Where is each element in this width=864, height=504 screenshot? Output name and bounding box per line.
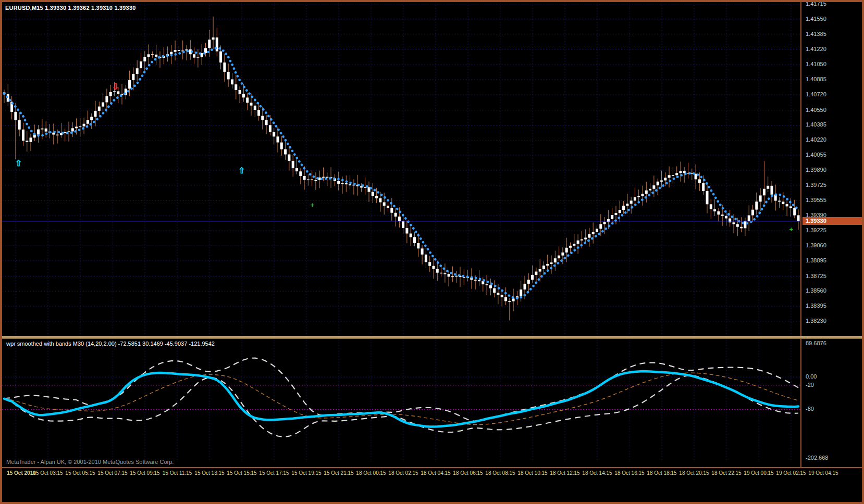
time-axis-label: 15 Oct 17:15 bbox=[256, 470, 292, 476]
time-axis-label: 15 Oct 07:15 bbox=[94, 470, 131, 476]
indicator-axis-label: 89.6876 bbox=[806, 340, 826, 346]
time-axis-label: 18 Oct 06:15 bbox=[450, 470, 486, 476]
time-axis-label: 15 Oct 03:15 bbox=[30, 470, 66, 476]
price-axis-label: 1.40550 bbox=[806, 107, 826, 113]
axis-separator bbox=[800, 2, 801, 467]
indicator-axis[interactable]: 89.68760.00-20-80-202.668 bbox=[803, 339, 862, 462]
time-axis-label: 18 Oct 22:15 bbox=[708, 470, 745, 476]
time-axis-label: 19 Oct 00:15 bbox=[740, 470, 777, 476]
time-axis-label: 18 Oct 02:15 bbox=[385, 470, 422, 476]
plus-icon: + bbox=[311, 201, 315, 209]
price-axis-label: 1.39225 bbox=[806, 227, 826, 233]
indicator-axis-label: -20 bbox=[806, 382, 814, 388]
indicator-axis-label: -202.668 bbox=[806, 455, 828, 461]
candle-wicks bbox=[4, 17, 798, 321]
indicator-label: wpr smoothed with bands M30 (14,20,2.00)… bbox=[6, 341, 215, 347]
time-axis-label: 18 Oct 00:15 bbox=[353, 470, 389, 476]
price-axis[interactable]: 1.39330 1.417151.415501.413851.412201.41… bbox=[803, 2, 862, 336]
grid bbox=[2, 339, 800, 462]
up-arrow-icon: ⇧ bbox=[15, 159, 22, 168]
time-axis[interactable]: 15 Oct 201015 Oct 03:1515 Oct 05:1515 Oc… bbox=[2, 469, 862, 479]
metatrader-window: EURUSD,M15 1.39330 1.39362 1.39310 1.393… bbox=[0, 0, 864, 504]
price-axis-label: 1.40220 bbox=[806, 136, 826, 143]
time-axis-separator bbox=[2, 467, 862, 468]
time-axis-label: 15 Oct 19:15 bbox=[288, 470, 325, 476]
time-axis-label: 15 Oct 11:15 bbox=[159, 470, 195, 476]
time-axis-label: 18 Oct 08:15 bbox=[482, 470, 519, 476]
price-axis-label: 1.40720 bbox=[806, 91, 826, 97]
time-axis-label: 18 Oct 12:15 bbox=[547, 470, 583, 476]
price-axis-label: 1.39555 bbox=[806, 197, 826, 203]
time-axis-label: 15 Oct 21:15 bbox=[320, 470, 357, 476]
candle-bodies bbox=[3, 37, 800, 302]
indicator-axis-label: 0.00 bbox=[806, 373, 817, 380]
time-axis-label: 15 Oct 15:15 bbox=[224, 470, 260, 476]
middle-band bbox=[4, 373, 798, 425]
time-axis-label: 18 Oct 16:15 bbox=[611, 470, 648, 476]
price-axis-label: 1.38725 bbox=[806, 273, 826, 279]
price-axis-label: 1.38230 bbox=[806, 318, 826, 324]
price-axis-label: 1.41385 bbox=[806, 31, 826, 37]
trade-markers: ⇧⇩⇧++ bbox=[15, 82, 794, 233]
price-axis-label: 1.39890 bbox=[806, 167, 826, 173]
time-axis-label: 18 Oct 14:15 bbox=[579, 470, 615, 476]
time-axis-label: 15 Oct 09:15 bbox=[127, 470, 163, 476]
price-axis-label: 1.38560 bbox=[806, 287, 826, 294]
lower-band bbox=[4, 375, 798, 437]
price-axis-label: 1.41050 bbox=[806, 61, 826, 67]
time-axis-label: 18 Oct 10:15 bbox=[514, 470, 551, 476]
up-arrow-icon: ⇧ bbox=[238, 166, 245, 175]
time-axis-label: 19 Oct 04:15 bbox=[805, 470, 842, 476]
footer-credit: MetaTrader - Alpari UK, © 2001-2010 Meta… bbox=[6, 459, 174, 465]
price-axis-label: 1.40385 bbox=[806, 121, 826, 128]
price-chart[interactable]: ⇧⇩⇧++ bbox=[2, 2, 800, 336]
price-axis-label: 1.40055 bbox=[806, 152, 826, 158]
time-axis-label: 15 Oct 05:15 bbox=[62, 470, 98, 476]
time-axis-label: 18 Oct 20:15 bbox=[676, 470, 712, 476]
time-axis-label: 15 Oct 13:15 bbox=[191, 470, 228, 476]
current-price-badge: 1.39330 bbox=[803, 217, 862, 225]
price-axis-label: 1.39060 bbox=[806, 242, 826, 248]
price-axis-label: 1.40885 bbox=[806, 76, 826, 82]
time-axis-label: 18 Oct 04:15 bbox=[417, 470, 454, 476]
price-axis-label: 1.38895 bbox=[806, 257, 826, 263]
down-arrow-icon: ⇩ bbox=[112, 82, 119, 91]
indicator-axis-label: -80 bbox=[806, 406, 814, 412]
price-axis-label: 1.39725 bbox=[806, 182, 826, 188]
price-axis-label: 1.41715 bbox=[806, 1, 826, 7]
time-axis-label: 19 Oct 02:15 bbox=[773, 470, 809, 476]
price-axis-label: 1.38395 bbox=[806, 303, 826, 309]
price-axis-label: 1.41550 bbox=[806, 16, 826, 22]
time-axis-label: 18 Oct 18:15 bbox=[644, 470, 680, 476]
indicator-chart[interactable] bbox=[2, 339, 800, 462]
plus-icon: + bbox=[789, 225, 794, 233]
panel-divider[interactable] bbox=[2, 336, 862, 339]
chart-info-label: EURUSD,M15 1.39330 1.39362 1.39310 1.393… bbox=[5, 5, 136, 11]
price-axis-label: 1.41220 bbox=[806, 46, 826, 52]
